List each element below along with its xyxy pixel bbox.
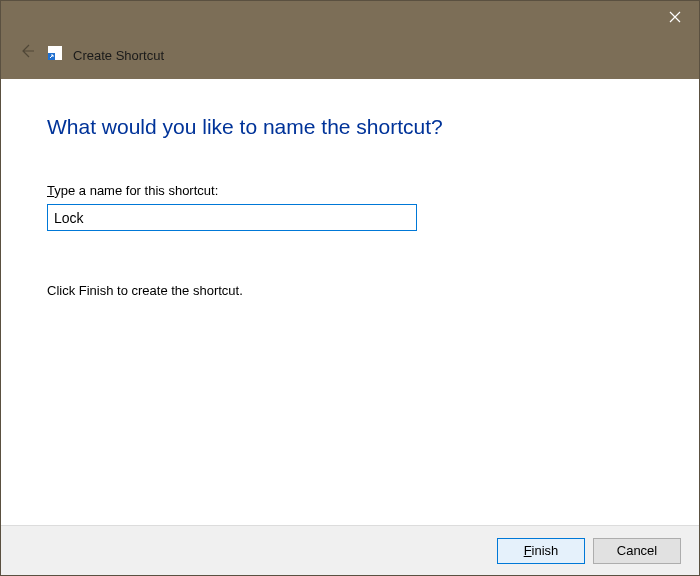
wizard-footer: Finish Cancel [1, 525, 699, 575]
close-button[interactable] [651, 1, 699, 33]
instruction-text: Click Finish to create the shortcut. [47, 283, 659, 298]
back-arrow-icon [18, 42, 36, 60]
shortcut-icon [47, 45, 63, 61]
back-button [15, 39, 39, 63]
shortcut-name-input[interactable] [47, 204, 417, 231]
window-title: Create Shortcut [73, 48, 164, 63]
titlebar: Create Shortcut [1, 1, 699, 79]
close-icon [669, 11, 681, 23]
wizard-content: What would you like to name the shortcut… [1, 79, 699, 525]
finish-button[interactable]: Finish [497, 538, 585, 564]
page-heading: What would you like to name the shortcut… [47, 115, 659, 139]
input-label: Type a name for this shortcut: [47, 183, 659, 198]
cancel-button[interactable]: Cancel [593, 538, 681, 564]
